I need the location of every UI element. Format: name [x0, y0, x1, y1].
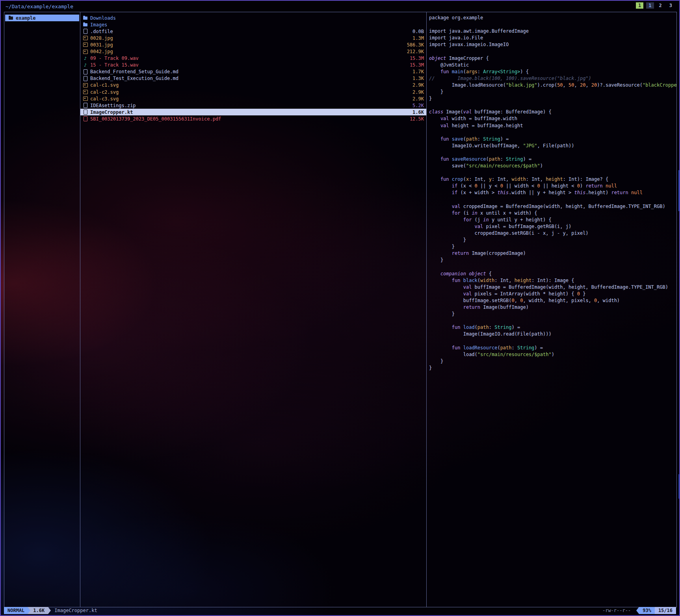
code-line: }	[429, 89, 676, 95]
code-line: buffImage.setRGB(0, 0, width, height, pi…	[429, 297, 676, 304]
pdf-icon	[83, 116, 88, 121]
code-line: save("src/main/resources/$path")	[429, 163, 676, 169]
file-row[interactable]: ♪09 - Track 09.wav15.3M	[80, 55, 426, 62]
file-size: 2.9K	[412, 96, 424, 102]
code-line: ImageIO.write(buffImage, "JPG", File(pat…	[429, 143, 676, 149]
file-name: .dotfile	[90, 29, 409, 34]
code-line: val pixels = IntArray(width * height) { …	[429, 291, 676, 297]
parent-dir-selected-item[interactable]: example	[5, 15, 79, 21]
image-icon	[83, 96, 88, 101]
file-row[interactable]: Images	[80, 21, 426, 28]
folder-icon	[8, 15, 13, 20]
powerline-separator	[48, 607, 51, 614]
code-line: return Image(buffImage)	[429, 304, 676, 311]
powerline-separator	[28, 607, 30, 614]
file-row[interactable]: 0031.jpg586.3K	[80, 41, 426, 48]
code-line: val height = buffImage.height	[429, 122, 676, 129]
code-line: for (j in y until y + height) {	[429, 217, 676, 223]
code-line: val pixel = buffImage.getRGB(i, j)	[429, 223, 676, 230]
audio-icon: ♪	[83, 63, 88, 68]
file-size: 2.9K	[412, 82, 424, 88]
code-line: }	[429, 257, 676, 263]
file-row[interactable]: cal-c2.svg2.9K	[80, 89, 426, 95]
file-size: 0.0B	[412, 29, 424, 34]
code-line: for (i in x until x + width) {	[429, 210, 676, 217]
powerline-separator	[636, 607, 639, 614]
file-name: cal-c2.svg	[90, 89, 409, 95]
file-name: 15 - Track 15.wav	[90, 62, 407, 68]
code-line: Image(ImageIO.read(File(path)))	[429, 331, 676, 338]
code-line: // Image.black(100, 100).saveResource("b…	[429, 75, 676, 82]
archive-icon	[83, 103, 88, 108]
file-name: Backend_Frontend_Setup_Guide.md	[90, 69, 409, 74]
code-line: }	[429, 95, 676, 102]
cursor-position-badge: 15/16	[655, 607, 676, 614]
code-line: import java.awt.image.BufferedImage	[429, 28, 676, 35]
file-size: 1.7K	[412, 69, 424, 74]
tab-2[interactable]: 2	[657, 2, 664, 9]
image-icon	[83, 89, 88, 95]
file-row[interactable]: Backend_Test_Execution_Guide.md1.3K	[80, 75, 426, 82]
file-size: 12.5K	[410, 116, 424, 122]
current-path: ~/Data/example/example	[1, 4, 73, 9]
file-row[interactable]: ImageCropper.kt1.6K	[80, 109, 426, 115]
code-line: companion object {	[429, 271, 676, 277]
image-icon	[83, 35, 88, 41]
file-size: 15.3M	[410, 62, 424, 68]
code-line	[429, 317, 676, 324]
tab-1[interactable]: 1	[646, 2, 654, 9]
yazi-file-manager-window: ~/Data/example/example 1 1 2 3 example D…	[0, 0, 680, 616]
file-row[interactable]: IDEAsettings.zip5.2K	[80, 102, 426, 109]
file-row[interactable]: cal-c1.svg2.9K	[80, 82, 426, 89]
markdown-icon	[83, 76, 88, 81]
tab-3[interactable]: 3	[667, 2, 674, 9]
file-size: 1.3K	[412, 76, 424, 81]
file-name: Images	[90, 22, 421, 28]
code-line: class Image(val buffImage: BufferedImage…	[429, 109, 676, 115]
code-line: import javax.imageio.ImageIO	[429, 41, 676, 48]
file-name: Backend_Test_Execution_Guide.md	[90, 76, 409, 81]
code-line	[429, 197, 676, 203]
file-size: 5.2K	[412, 103, 424, 108]
code-line: }	[429, 311, 676, 317]
parent-dir-name: example	[16, 15, 36, 21]
file-row[interactable]: .dotfile0.0B	[80, 28, 426, 35]
file-list: DownloadsImages.dotfile0.0B0028.jpg1.3M0…	[80, 12, 427, 607]
file-row[interactable]: 0028.jpg1.3M	[80, 35, 426, 41]
file-name: IDEAsettings.zip	[90, 103, 409, 108]
file-name: SBI_0032013739_2023_DE05_0003155631Invoi…	[90, 116, 407, 122]
code-line: import java.io.File	[429, 35, 676, 41]
code-line	[429, 129, 676, 136]
file-row[interactable]: ♪15 - Track 15.wav15.3M	[80, 62, 426, 69]
code-line: package org.example	[429, 15, 676, 21]
code-line: fun crop(x: Int, y: Int, width: Int, hei…	[429, 176, 676, 183]
status-bar: NORMAL 1.6K ImageCropper.kt -rw-r--r-- 9…	[4, 607, 676, 614]
code-line: }	[429, 237, 676, 243]
file-row[interactable]: Backend_Frontend_Setup_Guide.md1.7K	[80, 69, 426, 75]
code-line	[429, 21, 676, 28]
file-size: 586.3K	[407, 42, 424, 48]
scroll-percent-badge: 93%	[639, 607, 655, 614]
code-line: fun save(path: String) =	[429, 136, 676, 143]
code-line	[429, 338, 676, 345]
code-line: fun loadResource(path: String) =	[429, 345, 676, 351]
file-row[interactable]: cal-c3.svg2.9K	[80, 95, 426, 102]
code-line: croppedImage.setRGB(i - x, j - y, pixel)	[429, 230, 676, 237]
panel-container: example DownloadsImages.dotfile0.0B0028.…	[4, 12, 677, 607]
file-row[interactable]: SBI_0032013739_2023_DE05_0003155631Invoi…	[80, 115, 426, 122]
file-size: 2.9K	[412, 89, 424, 95]
file-name: Downloads	[90, 15, 421, 21]
file-size: 15.3M	[410, 56, 424, 61]
folder-icon	[83, 22, 88, 27]
file-size: 1.6K	[412, 109, 424, 115]
header-bar: ~/Data/example/example 1 1 2 3	[1, 1, 679, 12]
file-row[interactable]: 0042.jpg212.9K	[80, 48, 426, 55]
code-line	[429, 169, 676, 176]
file-name: cal-c3.svg	[90, 96, 409, 102]
code-line: return Image(croppedImage)	[429, 250, 676, 257]
tab-bar: 1 1 2 3	[636, 2, 674, 9]
parent-directory-panel: example	[4, 12, 80, 607]
mode-indicator: NORMAL	[4, 607, 28, 614]
file-name: cal-c1.svg	[90, 82, 409, 88]
file-row[interactable]: Downloads	[80, 15, 426, 21]
